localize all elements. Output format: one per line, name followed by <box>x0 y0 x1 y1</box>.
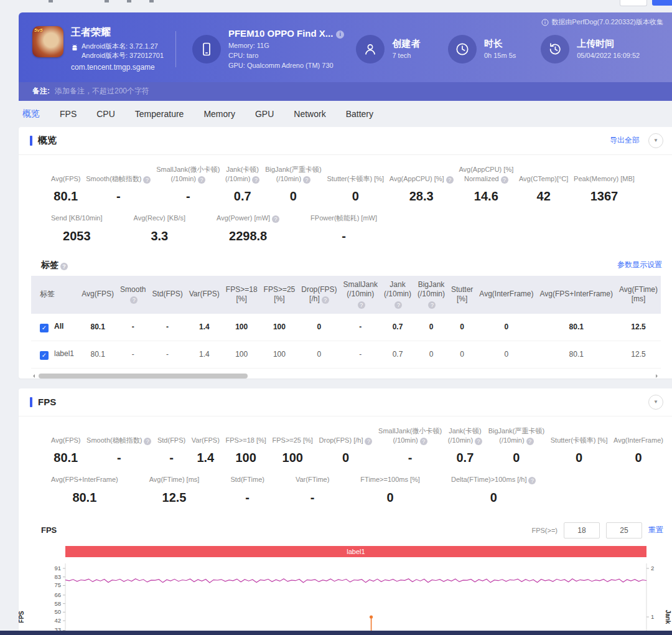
metric-label: FPS>=18 [%] <box>225 436 266 445</box>
fps-threshold-max-input[interactable] <box>606 522 642 539</box>
metric-value: - <box>378 451 442 465</box>
metric-value: 2053 <box>51 229 103 243</box>
section-accent-bar <box>30 397 32 407</box>
creator-icon <box>356 35 385 64</box>
help-icon[interactable]: ? <box>420 438 427 445</box>
row-checkbox[interactable]: ✓ <box>40 351 49 360</box>
label-name-cell: ✓All <box>31 314 78 341</box>
table-horizontal-scrollbar[interactable] <box>31 374 660 379</box>
help-icon[interactable]: ? <box>475 438 482 445</box>
tab-fps[interactable]: FPS <box>60 109 77 119</box>
reset-link[interactable]: 重置 <box>648 525 663 535</box>
cropped-button[interactable] <box>620 0 647 6</box>
scroll-left-arrow[interactable] <box>31 374 35 378</box>
note-label: 备注: <box>32 86 50 96</box>
collapse-fps-button[interactable]: ▼ <box>648 395 663 410</box>
tab-overview[interactable]: 概览 <box>22 108 40 120</box>
tab-network[interactable]: Network <box>294 109 325 119</box>
metric-label: BigJank(严重卡顿)(/10min)? <box>488 426 544 446</box>
table-cell: 0 <box>476 314 536 341</box>
metric: Send [KB/10min]2053 <box>51 214 103 243</box>
svg-text:42: 42 <box>54 617 61 624</box>
overview-metrics-row1: Avg(FPS)80.1Smooth(稳帧指数)?-SmallJank(微小卡顿… <box>19 155 672 207</box>
table-cell: - <box>149 314 185 341</box>
help-icon[interactable]: ? <box>501 176 508 184</box>
tab-battery[interactable]: Battery <box>346 109 373 119</box>
table-cell: 100 <box>261 314 299 341</box>
export-all-link[interactable]: 导出全部 <box>610 135 640 146</box>
history-clock-icon <box>541 35 569 64</box>
svg-text:91: 91 <box>54 565 61 572</box>
metric-label: Avg(FTime) [ms] <box>149 475 200 484</box>
help-icon[interactable]: ? <box>303 176 310 184</box>
help-icon[interactable]: ? <box>428 301 436 309</box>
metric: FPS>=25 [%]100 <box>272 426 312 466</box>
table-column-header: Avg(FTime)[ms] <box>616 276 661 314</box>
table-cell: - <box>117 314 149 341</box>
device-info-icon[interactable]: i <box>336 31 344 39</box>
metric-label: Jank(卡顿)(/10min)? <box>448 426 482 446</box>
note-bar[interactable]: 备注: 添加备注，不超过200个字符 <box>19 82 672 101</box>
help-icon[interactable]: ? <box>528 477 536 484</box>
collapse-overview-button[interactable]: ▼ <box>648 133 663 148</box>
tab-gpu[interactable]: GPU <box>255 109 274 119</box>
metric-label: Avg(AppCPU) [%]? <box>390 174 454 184</box>
help-icon[interactable]: ? <box>272 215 279 223</box>
table-column-header: Jank(/10min)? <box>381 276 414 314</box>
metric-label: Smooth(稳帧指数)? <box>86 174 151 184</box>
tab-temperature[interactable]: Temperature <box>135 109 184 119</box>
help-icon[interactable]: ? <box>394 301 402 309</box>
app-badge: 5v5 <box>34 27 42 33</box>
scroll-right-arrow[interactable] <box>656 374 660 378</box>
table-cell: 1.4 <box>186 341 223 368</box>
help-icon[interactable]: ? <box>60 263 68 270</box>
metric-label: FPS>=25 [%] <box>272 436 312 445</box>
tab-cpu[interactable]: CPU <box>96 109 115 119</box>
help-icon[interactable]: ? <box>358 301 365 309</box>
fps-threshold-min-input[interactable] <box>564 522 600 539</box>
metric: FTime>=100ms [%]0 <box>360 475 420 504</box>
svg-text:66: 66 <box>54 591 61 598</box>
param-display-settings-link[interactable]: 参数显示设置 <box>617 260 662 270</box>
help-icon[interactable]: ? <box>130 296 138 304</box>
help-icon[interactable]: ? <box>446 176 454 184</box>
metric-label: Var(FPS) <box>192 436 220 445</box>
metric: Jank(卡顿)(/10min)?0.7 <box>225 165 259 204</box>
metric-value: 0 <box>451 491 536 505</box>
fps-chart: 081725334250586675839101200:0000:4601:32… <box>19 558 672 635</box>
metric: Avg(AppCPU) [%]?28.3 <box>390 165 454 204</box>
metric: FPower(帧能耗) [mW]- <box>310 214 377 243</box>
metric-value: - <box>310 229 377 243</box>
help-icon[interactable]: ? <box>144 438 151 445</box>
table-cell: 0 <box>298 314 340 341</box>
help-icon[interactable]: ? <box>322 296 329 304</box>
metric: Avg(FTime) [ms]12.5 <box>149 475 200 504</box>
fps-metrics-row1: Avg(FPS)80.1Smooth(稳帧指数)?-Std(FPS)-Var(F… <box>19 416 672 468</box>
help-icon[interactable]: ? <box>252 176 259 184</box>
table-cell: 100 <box>223 341 261 368</box>
device-cpu: CPU: taro <box>228 51 344 61</box>
cropped-primary-button[interactable] <box>652 0 672 6</box>
row-checkbox[interactable]: ✓ <box>40 324 49 332</box>
top-cropped-strip <box>0 0 672 12</box>
metric-label: Avg(Recv) [KB/s] <box>134 214 186 223</box>
scrollbar-thumb[interactable] <box>39 374 248 379</box>
metric-label: Avg(FPS) <box>51 436 80 445</box>
metric-value: - <box>86 189 151 204</box>
section-tabs: 概览 FPS CPU Temperature Memory GPU Networ… <box>0 101 672 127</box>
android-icon <box>71 44 78 52</box>
help-icon[interactable]: ? <box>143 176 151 184</box>
metric-value: 0.7 <box>448 451 482 465</box>
device-gpu: GPU: Qualcomm Adreno (TM) 730 <box>228 61 344 71</box>
help-icon[interactable]: ? <box>526 438 534 445</box>
collect-info-text: 数据由PerfDog(7.0.220332)版本收集 <box>551 17 663 27</box>
metric-label: Delta(FTime)>100ms [/h]? <box>451 475 536 484</box>
bottom-cropped-strip <box>0 631 672 635</box>
table-cell: 0 <box>298 341 340 368</box>
tab-memory[interactable]: Memory <box>203 109 235 119</box>
table-row: ✓All80.1--1.41001000-0.700080.112.5 <box>31 314 661 341</box>
table-column-header: Var(FPS) <box>186 276 223 314</box>
help-icon[interactable]: ? <box>198 176 205 184</box>
help-icon[interactable]: ? <box>365 438 372 445</box>
metric-value: 0 <box>488 451 544 465</box>
